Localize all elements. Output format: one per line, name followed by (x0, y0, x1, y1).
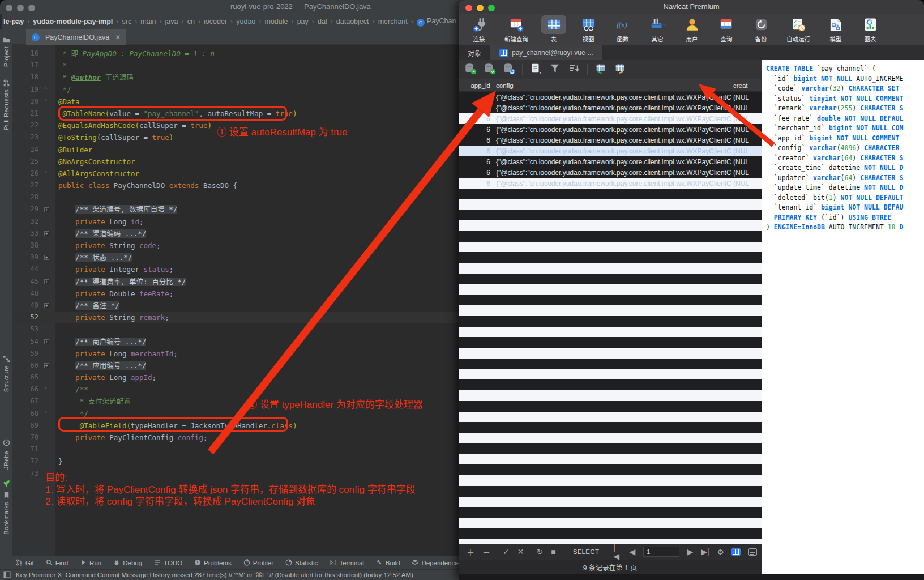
cell-app-id[interactable]: 6 (459, 169, 494, 177)
cell-config[interactable]: {"@class":"cn.iocoder.yudao.framework.pa… (494, 147, 732, 155)
settings-gear-icon[interactable]: ⚙ (717, 548, 724, 556)
cell-create-time[interactable]: (NUL (732, 158, 754, 166)
code-line[interactable]: 52 private String remark; (12, 312, 477, 323)
fold-arrow-icon[interactable]: ⌃ (44, 383, 55, 395)
tool-button-todo[interactable]: TODO (154, 559, 182, 567)
cell-config[interactable]: {"@class":"cn.iocoder.yudao.framework.pa… (494, 158, 732, 166)
delete-record-button[interactable]: － (482, 546, 490, 557)
ddl-panel[interactable]: CREATE TABLE `pay_channel` ( `id` bigint… (762, 60, 924, 574)
breadcrumb-item[interactable]: le-pay (2, 18, 25, 25)
navicat-tool-view[interactable]: 视图 (574, 15, 603, 43)
code-line[interactable]: 66⌃ /** (12, 383, 477, 395)
sidebar-item-pull-requests[interactable]: Pull Requests (0, 79, 12, 130)
apply-changes-button[interactable]: ✓ (503, 547, 510, 556)
tab-objects[interactable]: 对象 (459, 45, 490, 60)
tool-button-dependencies[interactable]: Dependencies (412, 559, 463, 567)
breadcrumb-item[interactable]: cn (186, 18, 196, 25)
fold-expand-icon[interactable]: + (44, 228, 55, 240)
fold-arrow-icon[interactable]: ⌃ (44, 96, 55, 108)
code-line[interactable]: 27public class PayChannelDO extends Base… (12, 180, 477, 191)
navicat-tool-model[interactable]: 模型 (821, 15, 850, 43)
cell-app-id[interactable]: 6 (459, 180, 494, 187)
navicat-tool-chart[interactable]: 图表 (855, 15, 885, 43)
fold-arrow-icon[interactable]: ⌃ (44, 168, 55, 180)
code-line[interactable]: 60+ /** 应用编号 ...*/ (12, 360, 477, 372)
tool-button-build[interactable]: Build (376, 559, 400, 567)
grid-export-icon[interactable] (614, 62, 626, 77)
discard-changes-button[interactable]: ✕ (517, 547, 524, 556)
fold-expand-icon[interactable]: + (44, 300, 55, 312)
tab-paychanneldo-java[interactable]: C PayChannelDO.java ✕ (26, 29, 126, 45)
code-line[interactable]: 16 * 即 PayAppDO : PayChannelDO = 1 : n (12, 48, 477, 59)
memo-icon[interactable] (529, 62, 542, 77)
cell-config[interactable]: {"@class":"cn.iocoder.yudao.framework.pa… (494, 104, 732, 112)
breadcrumb-item[interactable]: yudao-module-pay-impl (32, 18, 114, 25)
code-line[interactable]: 26⌃@AllArgsConstructor (12, 168, 477, 180)
code-line[interactable]: 48 private Double feeRate; (12, 288, 477, 300)
code-line[interactable]: 39+ /** 状态 ...*/ (12, 251, 477, 263)
breadcrumb-item[interactable]: yudao (235, 18, 256, 25)
code-line[interactable]: 70 private PayClientConfig config; (12, 432, 477, 443)
cell-config[interactable]: {"@class":"cn.iocoder.yudao.framework.pa… (494, 126, 732, 134)
editor-layout-icon[interactable] (3, 571, 11, 579)
code-line[interactable]: 54+ /** 商户编号 ...*/ (12, 336, 477, 348)
code-line[interactable]: 44 private Integer status; (12, 263, 477, 275)
first-page-button[interactable]: |◀ (613, 543, 621, 561)
cell-config[interactable]: {"@class":"cn.iocoder.yudao.framework.pa… (494, 180, 732, 187)
tool-button-git[interactable]: Git (16, 559, 34, 567)
navicat-tool-user[interactable]: 用户 (677, 15, 707, 43)
page-number-input[interactable]: 1 (643, 547, 679, 557)
tool-button-profiler[interactable]: Profiler (243, 559, 273, 567)
cell-app-id[interactable]: 6 (459, 137, 494, 144)
breadcrumb-item[interactable]: main (139, 18, 157, 25)
column-header-app-id[interactable]: app_id (459, 82, 494, 89)
code-line[interactable]: 19⌃ */ (12, 84, 477, 96)
db-sync-icon[interactable] (503, 62, 515, 77)
close-tab-icon[interactable]: ✕ (115, 33, 121, 41)
tool-button-problems[interactable]: Problems (194, 559, 232, 567)
db-check-icon[interactable] (484, 62, 496, 77)
code-line[interactable]: 33+ /** 渠道编码 ...*/ (12, 228, 477, 240)
tool-button-run[interactable]: Run (80, 559, 101, 567)
breadcrumb-item[interactable]: CPayChan (416, 17, 457, 27)
sidebar-item-structure[interactable]: Structure (0, 355, 12, 392)
intellij-titlebar[interactable]: ruoyi-vue-pro-2022 — PayChannelDO.java (0, 0, 477, 14)
cell-app-id[interactable]: 6 (459, 147, 494, 155)
navicat-tool-table[interactable]: 表 (539, 15, 568, 43)
navicat-tool-function[interactable]: f(x)函数 (608, 15, 638, 43)
add-record-button[interactable]: ＋ (467, 546, 474, 557)
code-line[interactable]: 18 * @author 芋道源码 (12, 71, 477, 83)
breadcrumb-item[interactable]: pay (296, 18, 310, 25)
fold-expand-icon[interactable]: + (44, 336, 55, 348)
cell-create-time[interactable]: (NUL (732, 169, 754, 177)
cell-create-time[interactable]: (NUL (732, 137, 754, 144)
cell-app-id[interactable]: 6 (459, 104, 494, 112)
zoom-window-icon[interactable] (28, 5, 35, 11)
tool-button-terminal[interactable]: Terminal (330, 559, 363, 567)
next-page-button[interactable]: ▶ (687, 547, 694, 556)
cell-create-time[interactable]: (NUL (732, 115, 754, 123)
sidebar-item-bookmarks[interactable]: Bookmarks (0, 492, 12, 535)
code-line[interactable]: 29+ /** 渠道编号, 数据库自增 */ (12, 203, 477, 215)
last-page-button[interactable]: ▶| (701, 547, 709, 556)
navicat-titlebar[interactable]: Navicat Premium (459, 0, 924, 14)
fold-expand-icon[interactable]: + (44, 360, 55, 372)
tab-pay-channel-table[interactable]: pay_channel@ruoyi-vue-... (490, 45, 602, 60)
breadcrumb[interactable]: le-pay›yudao-module-pay-impl›src›main›ja… (2, 14, 477, 29)
column-header-config[interactable]: config (494, 82, 732, 89)
cell-app-id[interactable]: 6 (459, 158, 494, 166)
navicat-tool-others[interactable]: 其它 (643, 15, 672, 43)
tool-button-debug[interactable]: Debug (113, 559, 142, 567)
tool-button-statistic[interactable]: Statistic (285, 559, 318, 567)
navicat-tool-backup[interactable]: 备份 (746, 15, 776, 43)
breadcrumb-item[interactable]: module (263, 18, 289, 25)
navicat-tool-new-query[interactable]: 新建查询 (499, 15, 534, 43)
cell-app-id[interactable]: 6 (459, 115, 494, 123)
cell-config[interactable]: {"@class":"cn.iocoder.yudao.framework.pa… (494, 93, 732, 101)
refresh-button[interactable]: ↻ (536, 547, 543, 556)
navicat-tool-connection[interactable]: 连接 (464, 15, 494, 43)
fold-expand-icon[interactable]: + (44, 251, 55, 263)
code-line[interactable]: 53 (12, 323, 477, 335)
code-line[interactable]: 71 (12, 443, 477, 455)
stop-button[interactable]: ■ (551, 547, 555, 556)
